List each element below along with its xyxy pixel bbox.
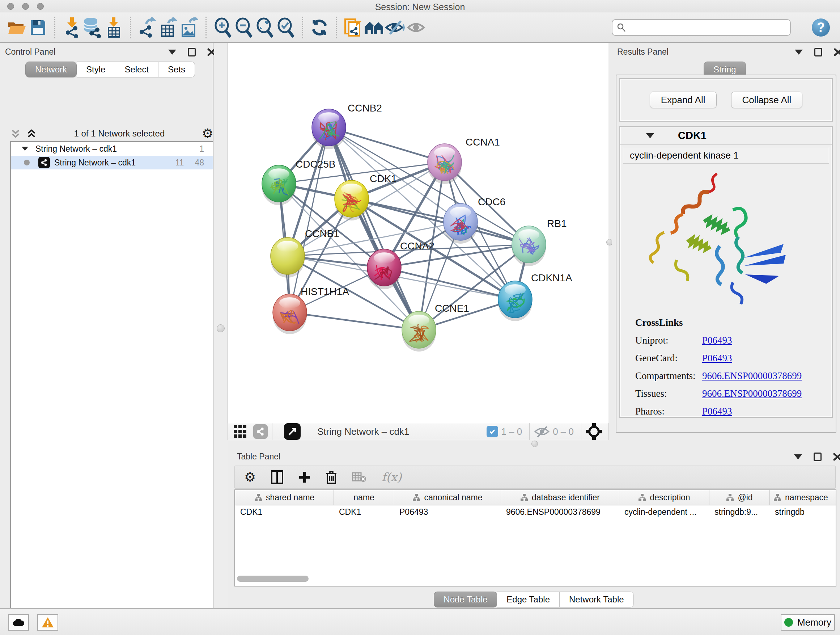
crosslink-link[interactable]: 9606.ENSP00000378699 [702, 371, 802, 382]
warning-icon [42, 617, 54, 628]
birds-eye-crosshair-icon[interactable] [586, 423, 602, 440]
export-network-button[interactable] [137, 16, 158, 39]
crosslink-link[interactable]: P06493 [702, 353, 732, 364]
zoom-out-button[interactable] [233, 16, 254, 39]
export-network-icon [138, 17, 156, 38]
control-panel-title: Control Panel [5, 47, 55, 57]
cell-canonical-name[interactable]: P06493 [394, 505, 501, 519]
gene-collapse-icon[interactable] [646, 133, 654, 138]
network-canvas[interactable]: CCNB2CCNA1CDC25BCDK1CDC6RB1CCNB1CCNA2CDK… [227, 43, 608, 423]
tab-node-table[interactable]: Node Table [434, 592, 497, 608]
results-panel-menu-icon[interactable] [795, 50, 803, 55]
horizontal-splitter[interactable] [227, 440, 840, 448]
results-actions: Expand All Collapse All [619, 78, 833, 122]
tab-select[interactable]: Select [115, 62, 158, 78]
refresh-icon [310, 19, 328, 36]
zoom-selected-button[interactable] [275, 16, 296, 39]
crosslink-link[interactable]: P06493 [702, 335, 732, 346]
toolbar-separator [336, 17, 337, 38]
cloud-icon [12, 618, 25, 627]
clone-network-button[interactable] [343, 16, 363, 39]
zoom-in-button[interactable] [212, 16, 233, 39]
delete-column-icon[interactable] [326, 470, 337, 484]
column-header[interactable]: database identifier [501, 490, 619, 505]
network-row[interactable]: String Network – cdk1 11 48 [11, 156, 213, 169]
column-header[interactable]: @id [709, 490, 770, 505]
network-selected-status: 1 of 1 Network selected [37, 128, 202, 139]
save-session-button[interactable] [27, 16, 49, 39]
column-header[interactable]: description [619, 490, 709, 505]
warnings-button[interactable] [37, 614, 58, 631]
import-database-icon [83, 17, 103, 38]
gene-section-header[interactable]: CDK1 [620, 127, 832, 145]
vertical-splitter[interactable] [214, 43, 227, 608]
cloud-button[interactable] [8, 614, 29, 631]
table-options-gear-icon[interactable]: ⚙ [244, 470, 256, 484]
control-panel-menu-icon[interactable] [168, 50, 176, 55]
cell-namespace[interactable]: stringdb [770, 505, 836, 519]
grid-view-icon[interactable] [234, 425, 247, 438]
horizontal-scrollbar[interactable] [237, 576, 309, 582]
column-header[interactable]: namespace [770, 490, 836, 505]
node-label: CDKN1A [531, 272, 572, 283]
search-input[interactable] [626, 22, 782, 33]
tab-edge-table[interactable]: Edge Table [497, 592, 560, 608]
export-image-button[interactable] [179, 16, 200, 39]
crosslink-link[interactable]: P06493 [702, 406, 732, 417]
crosslink-row: GeneCard: P06493 [635, 353, 832, 364]
node-label: HIST1H1A [301, 286, 349, 297]
tab-sets[interactable]: Sets [158, 62, 195, 78]
column-header[interactable]: name [334, 490, 394, 505]
expand-all-button[interactable]: Expand All [650, 92, 717, 108]
import-network-file-button[interactable] [61, 16, 82, 39]
expand-all-chevron-icon[interactable] [26, 128, 37, 139]
network-collection-row[interactable]: String Network – cdk1 1 [11, 142, 213, 156]
table-header-row: shared name name canonical name database… [235, 490, 836, 505]
cell-description[interactable]: cyclin-dependent ... [619, 505, 709, 519]
memory-button[interactable]: Memory [781, 614, 835, 631]
network-node-count: 11 [175, 158, 184, 168]
hide-selected-button[interactable] [385, 16, 406, 39]
fit-content-button[interactable] [254, 16, 275, 39]
tab-network-table[interactable]: Network Table [560, 592, 634, 608]
collapse-all-chevron-icon[interactable] [10, 128, 21, 139]
help-button[interactable]: ? [812, 19, 830, 36]
network-share-view-icon[interactable] [253, 424, 268, 439]
table-panel-float-icon[interactable] [813, 453, 821, 461]
tab-network[interactable]: Network [25, 62, 77, 78]
first-neighbors-button[interactable] [363, 16, 385, 39]
open-in-window-icon[interactable] [284, 423, 301, 440]
cell-name[interactable]: CDK1 [334, 505, 394, 519]
show-all-button[interactable] [406, 16, 426, 39]
collapse-all-button[interactable]: Collapse All [731, 92, 803, 108]
tab-style[interactable]: Style [77, 62, 115, 78]
results-panel-float-icon[interactable] [814, 48, 822, 57]
column-header[interactable]: canonical name [394, 490, 501, 505]
selected-checkbox-icon[interactable] [486, 426, 498, 437]
crosslink-label: GeneCard: [635, 353, 702, 364]
apply-layout-button[interactable] [309, 16, 330, 39]
results-panel-close-icon[interactable] [834, 48, 840, 57]
import-table-file-button[interactable] [103, 16, 124, 39]
table-panel-close-icon[interactable] [833, 453, 840, 461]
show-columns-icon[interactable] [271, 470, 283, 484]
collection-expand-icon[interactable] [22, 147, 28, 150]
column-header[interactable]: shared name [235, 490, 334, 505]
vertical-splitter[interactable] [608, 43, 612, 441]
cell-database-identifier[interactable]: 9606.ENSP00000378699 [501, 505, 619, 519]
zoom-out-icon [235, 17, 253, 38]
export-table-button[interactable] [158, 16, 179, 39]
eye-icon [407, 20, 425, 35]
table-row[interactable]: CDK1 CDK1 P06493 9606.ENSP00000378699 cy… [235, 505, 836, 519]
control-panel-float-icon[interactable] [188, 48, 196, 57]
table-panel-menu-icon[interactable] [794, 454, 802, 459]
network-options-gear-icon[interactable]: ⚙ [202, 127, 213, 140]
open-file-button[interactable] [6, 16, 27, 39]
node-label: CCNA1 [466, 136, 500, 148]
cell-id[interactable]: stringdb:9... [709, 505, 770, 519]
import-network-database-button[interactable] [82, 16, 103, 39]
add-column-icon[interactable] [298, 471, 311, 483]
search-field[interactable] [612, 19, 791, 36]
crosslink-link[interactable]: 9606.ENSP00000378699 [702, 388, 802, 399]
cell-shared-name[interactable]: CDK1 [235, 505, 334, 519]
